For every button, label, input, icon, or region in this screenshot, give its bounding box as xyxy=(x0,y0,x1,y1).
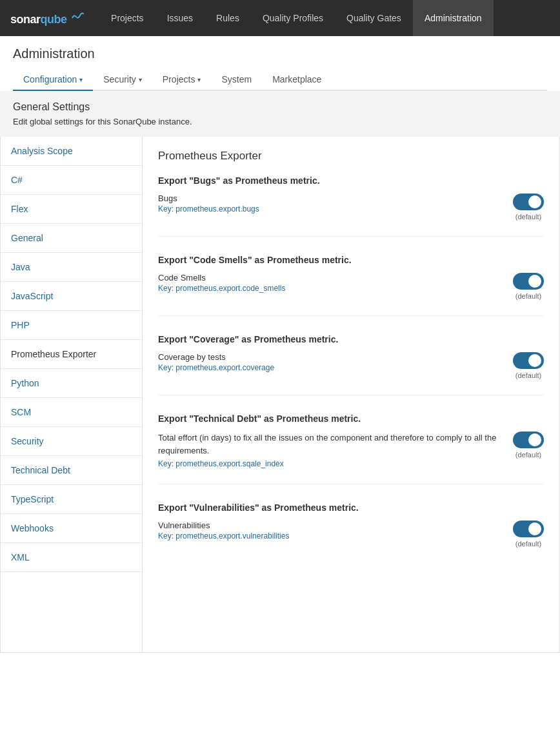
sidebar-item-security[interactable]: Security xyxy=(1,427,142,456)
nav-quality-gates[interactable]: Quality Gates xyxy=(335,0,413,36)
setting-vulnerabilities-default: (default) xyxy=(515,540,541,548)
content-section-title: Prometheus Exporter xyxy=(158,150,544,163)
subnav-security[interactable]: Security ▾ xyxy=(93,69,152,91)
logo-sonar: sonar xyxy=(10,13,41,26)
settings-banner-title: General Settings xyxy=(13,101,547,113)
chevron-down-icon: ▾ xyxy=(139,76,142,83)
subnav-configuration[interactable]: Configuration ▾ xyxy=(13,69,93,91)
setting-technical-debt-key: Key: prometheus.export.sqale_index xyxy=(158,459,500,468)
toggle-vulnerabilities[interactable] xyxy=(513,521,544,537)
setting-vulnerabilities-row: Vulnerabilities Key: prometheus.export.v… xyxy=(158,521,544,548)
setting-vulnerabilities-title: Export "Vulnerabilities" as Prometheus m… xyxy=(158,502,544,513)
setting-technical-debt-info: Total effort (in days) to fix all the is… xyxy=(158,432,513,468)
setting-technical-debt-default: (default) xyxy=(515,451,541,459)
main-content: Analysis Scope C# Flex General Java Java… xyxy=(0,137,560,653)
setting-vulnerabilities: Export "Vulnerabilities" as Prometheus m… xyxy=(158,502,544,563)
subnav-projects[interactable]: Projects ▾ xyxy=(152,69,212,91)
toggle-technical-debt[interactable] xyxy=(513,432,544,448)
page-container: Administration Configuration ▾ Security … xyxy=(0,36,560,653)
setting-code-smells-control: (default) xyxy=(513,273,544,300)
nav-rules[interactable]: Rules xyxy=(205,0,251,36)
setting-coverage-control: (default) xyxy=(513,352,544,379)
setting-code-smells-row: Code Smells Key: prometheus.export.code_… xyxy=(158,273,544,300)
setting-coverage-info: Coverage by tests Key: prometheus.export… xyxy=(158,352,513,372)
setting-code-smells-info: Code Smells Key: prometheus.export.code_… xyxy=(158,273,513,293)
setting-bugs-title: Export "Bugs" as Prometheus metric. xyxy=(158,175,544,186)
logo-wave-icon xyxy=(71,10,84,23)
sidebar-item-php[interactable]: PHP xyxy=(1,311,142,340)
setting-bugs-key: Key: prometheus.export.bugs xyxy=(158,204,500,214)
sidebar-item-java[interactable]: Java xyxy=(1,253,142,282)
sidebar-item-analysis-scope[interactable]: Analysis Scope xyxy=(1,137,142,166)
settings-banner: General Settings Edit global settings fo… xyxy=(0,91,560,137)
toggle-coverage[interactable] xyxy=(513,352,544,369)
subnav-marketplace[interactable]: Marketplace xyxy=(262,69,332,91)
setting-coverage-title: Export "Coverage" as Prometheus metric. xyxy=(158,334,544,344)
setting-technical-debt-row: Total effort (in days) to fix all the is… xyxy=(158,432,544,468)
sidebar-item-typescript[interactable]: TypeScript xyxy=(1,485,142,514)
setting-technical-debt-control: (default) xyxy=(513,432,544,459)
setting-vulnerabilities-key: Key: prometheus.export.vulnerabilities xyxy=(158,531,500,541)
toggle-bugs[interactable] xyxy=(513,194,544,210)
setting-coverage-name: Coverage by tests xyxy=(158,352,500,362)
setting-code-smells: Export "Code Smells" as Prometheus metri… xyxy=(158,255,544,316)
sidebar-item-flex[interactable]: Flex xyxy=(1,195,142,224)
toggle-coverage-slider xyxy=(513,352,544,369)
page-title: Administration xyxy=(13,46,547,61)
chevron-down-icon: ▾ xyxy=(197,76,201,83)
setting-coverage-row: Coverage by tests Key: prometheus.export… xyxy=(158,352,544,379)
subnav-system[interactable]: System xyxy=(211,69,262,91)
top-navigation: sonarqube Projects Issues Rules Quality … xyxy=(0,0,560,36)
sidebar-item-general[interactable]: General xyxy=(1,224,142,253)
logo[interactable]: sonarqube xyxy=(10,10,84,26)
setting-coverage: Export "Coverage" as Prometheus metric. … xyxy=(158,334,544,395)
sidebar-item-javascript[interactable]: JavaScript xyxy=(1,282,142,311)
setting-vulnerabilities-control: (default) xyxy=(513,521,544,548)
toggle-vulnerabilities-slider xyxy=(513,521,544,537)
chevron-down-icon: ▾ xyxy=(79,76,83,83)
setting-bugs-name: Bugs xyxy=(158,194,500,203)
setting-technical-debt-title: Export "Technical Debt" as Prometheus me… xyxy=(158,413,544,424)
toggle-technical-debt-slider xyxy=(513,432,544,448)
nav-quality-profiles[interactable]: Quality Profiles xyxy=(251,0,335,36)
setting-code-smells-name: Code Smells xyxy=(158,273,500,283)
setting-coverage-default: (default) xyxy=(515,372,541,379)
sidebar-item-technical-debt[interactable]: Technical Debt xyxy=(1,456,142,485)
setting-technical-debt-desc: Total effort (in days) to fix all the is… xyxy=(158,432,500,457)
sidebar: Analysis Scope C# Flex General Java Java… xyxy=(1,137,143,652)
sidebar-item-xml[interactable]: XML xyxy=(1,543,142,572)
setting-code-smells-key: Key: prometheus.export.code_smells xyxy=(158,284,500,293)
sidebar-item-scm[interactable]: SCM xyxy=(1,398,142,427)
nav-administration[interactable]: Administration xyxy=(413,0,494,36)
setting-code-smells-title: Export "Code Smells" as Prometheus metri… xyxy=(158,255,544,265)
logo-text: sonarqube xyxy=(10,10,84,26)
sidebar-item-prometheus-exporter[interactable]: Prometheus Exporter xyxy=(1,340,142,369)
toggle-bugs-slider xyxy=(513,194,544,210)
sub-navigation: Configuration ▾ Security ▾ Projects ▾ Sy… xyxy=(13,69,547,91)
setting-bugs-control: (default) xyxy=(513,194,544,221)
setting-vulnerabilities-info: Vulnerabilities Key: prometheus.export.v… xyxy=(158,521,513,541)
sidebar-item-python[interactable]: Python xyxy=(1,369,142,398)
sidebar-item-webhooks[interactable]: Webhooks xyxy=(1,514,142,543)
nav-issues[interactable]: Issues xyxy=(155,0,205,36)
setting-bugs-info: Bugs Key: prometheus.export.bugs xyxy=(158,194,513,214)
setting-technical-debt: Export "Technical Debt" as Prometheus me… xyxy=(158,413,544,484)
settings-banner-description: Edit global settings for this SonarQube … xyxy=(13,117,547,126)
setting-coverage-key: Key: prometheus.export.coverage xyxy=(158,363,500,372)
setting-code-smells-default: (default) xyxy=(515,292,541,300)
setting-bugs-row: Bugs Key: prometheus.export.bugs (defaul… xyxy=(158,194,544,221)
toggle-code-smells[interactable] xyxy=(513,273,544,290)
nav-projects[interactable]: Projects xyxy=(99,0,155,36)
sidebar-item-csharp[interactable]: C# xyxy=(1,166,142,195)
setting-bugs-default: (default) xyxy=(515,213,541,221)
setting-vulnerabilities-name: Vulnerabilities xyxy=(158,521,500,530)
setting-bugs: Export "Bugs" as Prometheus metric. Bugs… xyxy=(158,175,544,237)
toggle-code-smells-slider xyxy=(513,273,544,290)
top-nav-links: Projects Issues Rules Quality Profiles Q… xyxy=(99,0,550,36)
content-panel: Prometheus Exporter Export "Bugs" as Pro… xyxy=(143,137,559,652)
logo-qube: qube xyxy=(41,13,67,26)
